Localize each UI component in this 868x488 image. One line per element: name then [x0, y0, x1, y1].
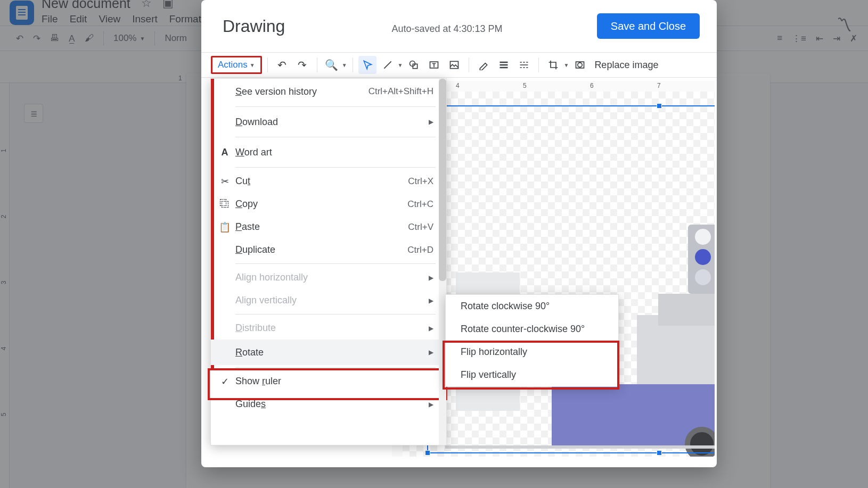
autosave-status: Auto-saved at 4:30:13 PM	[391, 23, 502, 35]
menu-copy[interactable]: ⿻ CopyCtrl+C	[211, 193, 446, 216]
line-tool-icon[interactable]	[379, 56, 397, 74]
submenu-flip-vertical[interactable]: Flip vertically	[446, 363, 618, 386]
border-color-icon[interactable]	[474, 56, 493, 74]
redo-icon[interactable]: ↷	[293, 56, 312, 74]
replace-image-button[interactable]: Replace image	[591, 60, 658, 71]
zoom-icon[interactable]: 🔍	[323, 56, 341, 74]
shape-tool-icon[interactable]	[405, 56, 423, 74]
wordart-icon: A	[218, 147, 231, 158]
svg-point-5	[578, 63, 582, 67]
menu-align-vertical: Align vertically▶	[211, 289, 446, 312]
copy-icon: ⿻	[218, 198, 231, 210]
menu-paste[interactable]: 📋 PasteCtrl+V	[211, 216, 446, 238]
menu-guides[interactable]: Guides▶	[211, 393, 446, 416]
horizontal-ruler: 4 5 6 7	[403, 81, 715, 92]
undo-icon[interactable]: ↶	[273, 56, 291, 74]
menu-align-horizontal: Align horizontally▶	[211, 266, 446, 289]
menu-distribute: Distribute▶	[211, 317, 446, 340]
submenu-flip-horizontal[interactable]: Flip horizontally	[446, 341, 618, 363]
submenu-rotate-ccw[interactable]: Rotate counter-clockwise 90°	[446, 318, 618, 341]
menu-duplicate[interactable]: DuplicateCtrl+D	[211, 238, 446, 261]
menu-scrollbar[interactable]	[439, 79, 446, 445]
image-tool-icon[interactable]	[445, 56, 463, 74]
border-weight-icon[interactable]	[495, 56, 513, 74]
menu-download[interactable]: Download▶	[211, 109, 446, 135]
actions-menu: See version history Ctrl+Alt+Shift+H Dow…	[210, 78, 447, 445]
menu-show-ruler[interactable]: ✓ Show ruler	[211, 370, 446, 393]
selection-rect[interactable]	[427, 105, 715, 453]
border-dash-icon[interactable]	[515, 56, 533, 74]
actions-button[interactable]: Actions▼	[211, 56, 262, 74]
menu-word-art[interactable]: A Word art	[211, 139, 446, 165]
cut-icon: ✂	[218, 176, 231, 187]
rotate-submenu: Rotate clockwise 90° Rotate counter-cloc…	[445, 294, 619, 387]
menu-cut[interactable]: ✂ CutCtrl+X	[211, 170, 446, 193]
submenu-rotate-cw[interactable]: Rotate clockwise 90°	[446, 295, 618, 318]
check-icon: ✓	[218, 376, 231, 387]
mask-icon[interactable]	[571, 56, 589, 74]
drawing-canvas[interactable]	[403, 92, 715, 457]
dialog-title: Drawing	[223, 16, 285, 36]
save-and-close-button[interactable]: Save and Close	[597, 13, 700, 39]
crop-icon[interactable]	[544, 56, 562, 74]
menu-version-history[interactable]: See version history Ctrl+Alt+Shift+H	[211, 79, 446, 104]
menu-rotate[interactable]: Rotate▶	[211, 340, 446, 365]
select-tool-icon[interactable]	[358, 56, 376, 74]
drawing-toolbar: Actions▼ ↶ ↷ 🔍▼ ▼ ▼ Replace image	[201, 52, 717, 78]
paste-icon: 📋	[218, 221, 231, 233]
textbox-tool-icon[interactable]	[425, 56, 443, 74]
